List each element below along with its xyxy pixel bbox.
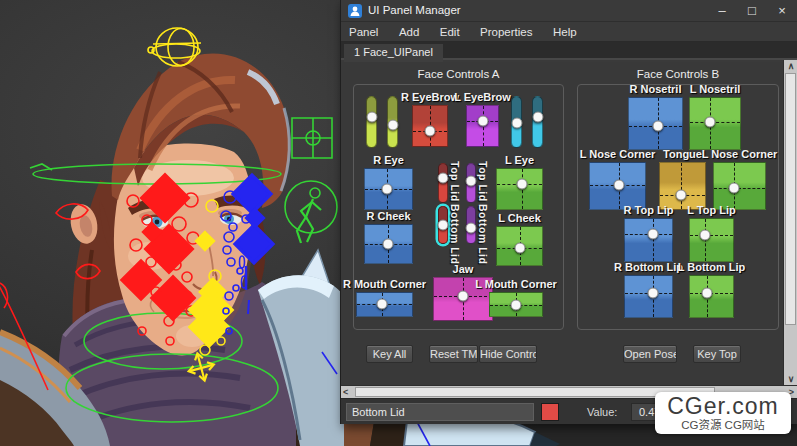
status-color-swatch[interactable] bbox=[541, 403, 559, 421]
group-title-A: Face Controls A bbox=[418, 68, 500, 80]
r-top-lip-pad[interactable] bbox=[624, 218, 673, 262]
r-eyebrow-pad-label: R EyeBrow bbox=[401, 91, 459, 103]
r-bottom-lid-slider-label: Bottom Lid bbox=[449, 204, 461, 264]
panel-A-button-reset-tms[interactable]: Reset TMs bbox=[429, 345, 478, 363]
r-bottom-lip-pad[interactable] bbox=[624, 275, 673, 318]
l-nosetril-pad[interactable] bbox=[689, 97, 741, 150]
r-bottom-lip-pad-label: R Bottom Lip bbox=[614, 261, 683, 273]
l-nosetril-pad-handle[interactable] bbox=[705, 117, 716, 128]
r-mouth-corner-pad-handle[interactable] bbox=[376, 299, 387, 310]
l-nose-corner-pad-left-handle[interactable] bbox=[613, 180, 624, 191]
l-nosetril-pad-label: L Nosetril bbox=[690, 83, 741, 95]
l-top-lid-slider-label: Top Lid bbox=[477, 161, 489, 202]
l-top-lip-pad-label: L Top Lip bbox=[687, 204, 735, 216]
r-eyebrow-outer-slider-handle[interactable] bbox=[366, 112, 377, 123]
scroll-up-arrow[interactable]: ∧ bbox=[784, 61, 797, 71]
ui-panel-manager-window: UI Panel Manager – □ × Panel Add Edit Pr… bbox=[340, 0, 797, 424]
r-top-lid-slider-handle[interactable] bbox=[438, 173, 449, 184]
l-nose-corner-pad-right-label: L Nose Corner bbox=[702, 148, 778, 160]
l-nose-corner-pad-right[interactable] bbox=[713, 162, 766, 210]
r-eye-pad-handle[interactable] bbox=[381, 184, 392, 195]
l-bottom-lid-slider-handle[interactable] bbox=[466, 222, 477, 233]
watermark-line2: CG资源 CG网站 bbox=[655, 419, 791, 431]
r-eyebrow-pad-handle[interactable] bbox=[425, 125, 436, 136]
watermark: CGer.com CG资源 CG网站 bbox=[655, 392, 791, 434]
scroll-down-arrow[interactable]: ∨ bbox=[784, 374, 797, 384]
vertical-scroll-thumb[interactable] bbox=[785, 73, 796, 325]
watermark-line1: CGer.com bbox=[655, 393, 791, 419]
l-cheek-pad-label: L Cheek bbox=[498, 212, 541, 224]
l-eyebrow-pad-handle[interactable] bbox=[477, 116, 488, 127]
r-bottom-lid-slider[interactable] bbox=[438, 206, 448, 244]
r-eyebrow-inner-slider-handle[interactable] bbox=[387, 120, 398, 131]
r-nosetril-pad-handle[interactable] bbox=[653, 121, 664, 132]
tongue-pad-label: Tongue bbox=[663, 148, 702, 160]
r-eye-pad[interactable] bbox=[364, 168, 413, 210]
l-top-lip-pad-handle[interactable] bbox=[700, 229, 711, 240]
l-bottom-lid-slider-label: Bottom Lid bbox=[477, 204, 489, 264]
l-bottom-lip-pad-handle[interactable] bbox=[702, 288, 713, 299]
l-eyebrow-pad[interactable] bbox=[466, 105, 499, 147]
l-mouth-corner-pad-handle[interactable] bbox=[511, 299, 522, 310]
r-nosetril-pad-label: R Nosetril bbox=[630, 83, 682, 95]
r-mouth-corner-pad-label: R Mouth Corner bbox=[343, 278, 426, 290]
r-top-lid-slider-label: Top Lid bbox=[449, 161, 461, 202]
l-eyebrow-outer-slider[interactable] bbox=[532, 96, 543, 148]
r-eyebrow-outer-slider[interactable] bbox=[366, 96, 377, 148]
l-top-lid-slider-handle[interactable] bbox=[466, 176, 477, 187]
r-eyebrow-pad[interactable] bbox=[412, 105, 448, 147]
l-nose-corner-pad-left-label: L Nose Corner bbox=[580, 148, 656, 160]
value-label: Value: bbox=[587, 406, 617, 418]
controls-layer: Face Controls AR EyeBrowL EyeBrowR EyeTo… bbox=[341, 0, 797, 424]
r-top-lip-pad-handle[interactable] bbox=[648, 228, 659, 239]
tongue-pad-handle[interactable] bbox=[675, 190, 686, 201]
l-eyebrow-inner-slider[interactable] bbox=[511, 96, 522, 148]
l-eye-pad-handle[interactable] bbox=[516, 179, 527, 190]
r-bottom-lid-slider-handle[interactable] bbox=[438, 220, 449, 231]
selected-control-field[interactable]: Bottom Lid bbox=[346, 403, 534, 421]
screen: UI Panel Manager – □ × Panel Add Edit Pr… bbox=[0, 0, 797, 446]
r-top-lip-pad-label: R Top Lip bbox=[624, 204, 674, 216]
l-top-lip-pad[interactable] bbox=[689, 218, 734, 262]
l-bottom-lip-pad[interactable] bbox=[689, 275, 734, 318]
l-eyebrow-pad-label: L EyeBrow bbox=[454, 91, 511, 103]
l-eye-pad-label: L Eye bbox=[505, 154, 534, 166]
panel-A-button-key-all[interactable]: Key All bbox=[366, 345, 413, 363]
r-cheek-pad-label: R Cheek bbox=[366, 210, 410, 222]
l-cheek-pad[interactable] bbox=[496, 226, 543, 266]
l-eyebrow-outer-slider-handle[interactable] bbox=[532, 112, 543, 123]
scroll-left-arrow[interactable]: < bbox=[343, 387, 348, 397]
r-eye-pad-label: R Eye bbox=[373, 154, 404, 166]
r-bottom-lip-pad-handle[interactable] bbox=[648, 288, 659, 299]
jaw-pad-label: Jaw bbox=[453, 263, 474, 275]
l-bottom-lip-pad-label: L Bottom Lip bbox=[678, 261, 746, 273]
r-nosetril-pad[interactable] bbox=[628, 97, 683, 150]
panel-A-button-hide-control[interactable]: Hide Control bbox=[479, 345, 537, 363]
l-eyebrow-inner-slider-handle[interactable] bbox=[511, 118, 522, 129]
r-cheek-pad-handle[interactable] bbox=[382, 239, 393, 250]
group-title-B: Face Controls B bbox=[637, 68, 719, 80]
panel-B-button-open-poses[interactable]: Open Poses bbox=[623, 345, 677, 363]
r-top-lid-slider[interactable] bbox=[438, 163, 448, 203]
l-nose-corner-pad-right-handle[interactable] bbox=[729, 183, 740, 194]
l-mouth-corner-pad[interactable] bbox=[489, 292, 543, 317]
panel-B-button-key-top[interactable]: Key Top bbox=[693, 345, 741, 363]
tongue-pad[interactable] bbox=[659, 162, 706, 210]
l-cheek-pad-handle[interactable] bbox=[514, 242, 525, 253]
r-eyebrow-inner-slider[interactable] bbox=[387, 96, 398, 148]
vertical-scrollbar[interactable]: ∧ ∨ bbox=[783, 60, 797, 385]
r-cheek-pad[interactable] bbox=[364, 224, 413, 264]
l-nose-corner-pad-left[interactable] bbox=[589, 162, 646, 210]
r-mouth-corner-pad[interactable] bbox=[356, 292, 413, 317]
l-bottom-lid-slider[interactable] bbox=[466, 206, 476, 244]
l-top-lid-slider[interactable] bbox=[466, 163, 476, 203]
l-eye-pad[interactable] bbox=[496, 168, 543, 210]
l-mouth-corner-pad-label: L Mouth Corner bbox=[475, 278, 557, 290]
jaw-pad-handle[interactable] bbox=[458, 291, 469, 302]
